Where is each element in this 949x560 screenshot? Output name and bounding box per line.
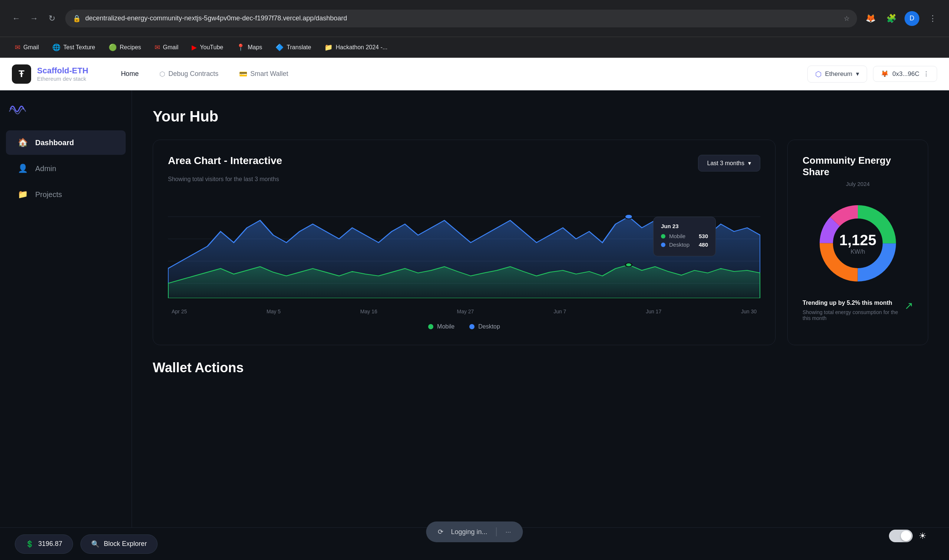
- translate-icon: 🔷: [275, 43, 284, 51]
- energy-date: July 2024: [802, 181, 913, 187]
- spinner-icon: ⟳: [438, 528, 443, 536]
- sidebar-projects-label: Projects: [35, 190, 62, 199]
- wallet-fox-icon: 🦊: [881, 70, 889, 78]
- chart-header: Area Chart - Interactive Last 3 months ▾: [168, 155, 760, 171]
- bookmark-test-texture[interactable]: 🌐 Test Texture: [46, 40, 101, 54]
- energy-value: 1,125: [839, 232, 876, 249]
- test-texture-icon: 🌐: [52, 43, 60, 51]
- nav-home[interactable]: Home: [112, 66, 148, 82]
- wallet-menu-icon: ⋮: [923, 70, 929, 78]
- wallet-address: 0x3...96C: [892, 70, 919, 78]
- donut-chart: 1,125 KW/h: [813, 199, 902, 288]
- sidebar-logo: [0, 102, 131, 129]
- legend-mobile: Mobile: [428, 323, 454, 330]
- x-axis-labels: Apr 25 May 5 May 16 May 27 Jun 7 Jun 17 …: [168, 309, 760, 314]
- theme-toggle[interactable]: [889, 530, 913, 542]
- brand-name: Scaffold-ETH: [37, 66, 88, 75]
- ethereum-badge[interactable]: ⬡ Ethereum ▾: [807, 66, 867, 83]
- x-label-4: Jun 7: [554, 309, 566, 314]
- tooltip-desktop-row: Desktop 480: [661, 242, 708, 248]
- lock-icon: 🔒: [73, 14, 81, 23]
- address-bar[interactable]: 🔒 decentralized-energy-community-nextjs-…: [65, 10, 857, 28]
- back-button[interactable]: ←: [9, 11, 24, 26]
- legend-desktop-dot: [469, 324, 474, 329]
- theme-toggle-container: ☀: [889, 530, 927, 542]
- logo-symbol: Ŧ: [19, 68, 25, 80]
- trending-up-icon: ↗: [904, 300, 913, 312]
- menu-icon[interactable]: ⋮: [925, 11, 940, 26]
- reload-button[interactable]: ↻: [45, 11, 59, 26]
- bookmark-maps-label: Maps: [248, 44, 262, 51]
- dropdown-label: Last 3 months: [707, 160, 745, 167]
- x-label-5: Jun 17: [646, 309, 661, 314]
- bookmark-gmail2[interactable]: ✉ Gmail: [149, 40, 185, 54]
- dollar-icon: 💲: [26, 540, 34, 548]
- tooltip-mobile-row: Mobile 530: [661, 233, 708, 239]
- energy-title: Community Energy Share: [802, 155, 913, 178]
- browser-nav-buttons: ← → ↻: [9, 11, 59, 26]
- x-label-0: Apr 25: [171, 309, 187, 314]
- tooltip-mobile-dot: [661, 234, 665, 238]
- sun-icon: ☀: [919, 531, 927, 541]
- bookmark-translate[interactable]: 🔷 Translate: [270, 40, 317, 54]
- wave-logo: [9, 102, 27, 115]
- bookmark-gmail2-label: Gmail: [163, 44, 179, 51]
- app-nav: Home ⬡ Debug Contracts 💳 Smart Wallet: [112, 66, 807, 82]
- trending-text: Trending up by 5.2% this month: [802, 300, 904, 306]
- app-header-right: ⬡ Ethereum ▾ 🦊 0x3...96C ⋮: [807, 66, 937, 83]
- browser-actions: 🦊 🧩 D ⋮: [863, 11, 940, 26]
- sidebar-item-dashboard[interactable]: 🏠 Dashboard: [6, 130, 126, 155]
- bookmark-hackathon[interactable]: 📁 Hackathon 2024 -...: [318, 40, 393, 54]
- extensions-icon[interactable]: 🦊: [863, 11, 878, 26]
- profile-icon[interactable]: D: [904, 11, 919, 26]
- logging-divider: [496, 528, 497, 536]
- timerange-dropdown[interactable]: Last 3 months ▾: [698, 155, 761, 171]
- main-layout: 🏠 Dashboard 👤 Admin 📁 Projects Your Hub …: [0, 90, 949, 560]
- wallet-badge[interactable]: 🦊 0x3...96C ⋮: [873, 66, 937, 82]
- content-area: Your Hub Area Chart - Interactive Last 3…: [132, 90, 949, 560]
- bookmark-gmail[interactable]: ✉ Gmail: [9, 40, 45, 54]
- dashboard-icon: 🏠: [18, 138, 28, 148]
- search-icon: 🔍: [91, 540, 99, 548]
- balance-button[interactable]: 💲 3196.87: [15, 534, 73, 554]
- bookmark-recipes-label: Recipes: [120, 44, 141, 51]
- logging-bar: ⟳ Logging in... ···: [426, 522, 523, 542]
- x-label-2: May 16: [360, 309, 377, 314]
- recipes-icon: 🟢: [109, 43, 117, 51]
- projects-icon: 📁: [18, 190, 28, 199]
- bookmark-gmail-label: Gmail: [23, 44, 39, 51]
- logo-icon: Ŧ: [12, 65, 31, 84]
- explorer-label: Block Explorer: [104, 540, 147, 548]
- logo-text: Scaffold-ETH Ethereum dev stack: [37, 66, 88, 82]
- nav-smart-wallet[interactable]: 💳 Smart Wallet: [230, 66, 297, 82]
- x-label-1: May 5: [267, 309, 281, 314]
- logging-dots[interactable]: ···: [506, 528, 511, 536]
- extensions-puzzle-icon[interactable]: 🧩: [884, 11, 898, 26]
- balance-value: 3196.87: [38, 540, 62, 548]
- bookmark-test-texture-label: Test Texture: [63, 44, 95, 51]
- toggle-thumb: [901, 531, 911, 541]
- nav-debug-contracts[interactable]: ⬡ Debug Contracts: [151, 66, 227, 82]
- bookmark-youtube[interactable]: ▶ YouTube: [186, 40, 229, 54]
- dropdown-chevron-icon: ▾: [748, 160, 751, 167]
- network-label: Ethereum: [825, 70, 853, 78]
- block-explorer-button[interactable]: 🔍 Block Explorer: [80, 534, 157, 554]
- home-nav-label: Home: [121, 70, 139, 78]
- wallet-nav-icon: 💳: [239, 70, 247, 78]
- trending-row: Trending up by 5.2% this month Showing t…: [802, 300, 913, 321]
- sidebar-admin-label: Admin: [35, 165, 56, 173]
- sidebar-item-projects[interactable]: 📁 Projects: [6, 182, 126, 207]
- tooltip-mobile-label: Mobile: [669, 233, 695, 239]
- gmail-icon: ✉: [15, 43, 20, 51]
- chart-area: Jun 23 Mobile 530 Desktop 480: [168, 194, 760, 306]
- x-label-3: May 27: [457, 309, 474, 314]
- app-header: Ŧ Scaffold-ETH Ethereum dev stack Home ⬡…: [0, 58, 949, 90]
- bookmark-maps[interactable]: 📍 Maps: [231, 40, 268, 54]
- sidebar-item-admin[interactable]: 👤 Admin: [6, 156, 126, 181]
- chart-card: Area Chart - Interactive Last 3 months ▾…: [153, 140, 776, 345]
- star-icon: ☆: [844, 14, 850, 23]
- trending-text-group: Trending up by 5.2% this month Showing t…: [802, 300, 904, 321]
- bookmark-recipes[interactable]: 🟢 Recipes: [103, 40, 147, 54]
- forward-button[interactable]: →: [27, 11, 42, 26]
- x-label-6: Jun 30: [741, 309, 757, 314]
